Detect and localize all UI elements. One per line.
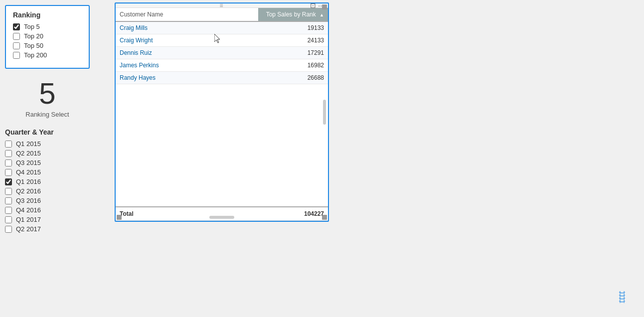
table-row: Craig Wright 24133 <box>116 34 328 47</box>
resize-handle-corner-tr[interactable] <box>322 4 327 9</box>
ranking-select-label: Ranking Select <box>5 111 90 118</box>
table-header: Customer Name Top Sales by Rank ▲ <box>116 8 328 22</box>
q12015-label: Q1 2015 <box>16 140 41 148</box>
top20-label: Top 20 <box>24 32 43 40</box>
dna-icon <box>615 290 629 307</box>
q22017-label: Q2 2017 <box>16 225 41 233</box>
q12017-checkbox[interactable] <box>5 216 12 223</box>
table-body: Craig Mills 19133 Craig Wright 24133 Den… <box>116 22 328 206</box>
resize-handle-corner-bl[interactable] <box>117 215 122 220</box>
top200-label: Top 200 <box>24 51 47 59</box>
ranking-box: Ranking Top 5 Top 20 Top 50 Top 200 <box>5 5 90 69</box>
col-sales-label: Top Sales by Rank <box>266 11 316 18</box>
quarter-year-title: Quarter & Year <box>5 128 90 136</box>
quarter-q4-2015[interactable]: Q4 2015 <box>5 168 90 176</box>
quarter-year-list: Q1 2015 Q2 2015 Q3 2015 Q4 2015 Q1 2016 … <box>5 140 90 233</box>
quarter-q2-2017[interactable]: Q2 2017 <box>5 225 90 233</box>
sales-value: 24133 <box>258 34 328 46</box>
customer-name[interactable]: James Perkins <box>116 59 258 71</box>
quarter-q1-2017[interactable]: Q1 2017 <box>5 216 90 223</box>
ranking-title: Ranking <box>13 11 82 19</box>
q22015-checkbox[interactable] <box>5 150 12 157</box>
sales-value: 17291 <box>258 47 328 59</box>
q22016-label: Q2 2016 <box>16 187 41 195</box>
quarter-q2-2015[interactable]: Q2 2015 <box>5 150 90 157</box>
quarter-q3-2015[interactable]: Q3 2015 <box>5 159 90 166</box>
ranking-option-top20[interactable]: Top 20 <box>13 32 82 40</box>
quarter-q4-2016[interactable]: Q4 2016 <box>5 206 90 214</box>
sales-value: 19133 <box>258 22 328 34</box>
total-value: 104227 <box>258 207 328 220</box>
q12016-label: Q1 2016 <box>16 178 41 185</box>
sort-asc-icon: ▲ <box>320 12 324 17</box>
col-customer-header: Customer Name <box>116 8 258 21</box>
ranking-value: 5 <box>5 79 90 109</box>
top5-label: Top 5 <box>24 23 40 30</box>
table-row: Randy Hayes 26688 <box>116 72 328 84</box>
top5-checkbox[interactable] <box>13 23 20 30</box>
q32016-label: Q3 2016 <box>16 197 41 204</box>
left-panel: Ranking Top 5 Top 20 Top 50 Top 200 5 Ra… <box>5 5 90 235</box>
table-toolbar: ≡ ⊡ ··· <box>116 3 328 8</box>
q22017-checkbox[interactable] <box>5 226 12 233</box>
total-label: Total <box>116 207 258 220</box>
q42016-checkbox[interactable] <box>5 207 12 214</box>
customer-name[interactable]: Dennis Ruiz <box>116 47 258 59</box>
q42015-label: Q4 2015 <box>16 168 41 176</box>
resize-handle-right[interactable] <box>323 100 326 125</box>
table-row: James Perkins 16982 <box>116 59 328 72</box>
main-table-area: ≡ ⊡ ··· Customer Name Top Sales by Rank … <box>115 2 329 222</box>
col-sales-header[interactable]: Top Sales by Rank ▲ <box>258 8 328 21</box>
q32016-checkbox[interactable] <box>5 197 12 204</box>
q42015-checkbox[interactable] <box>5 169 12 176</box>
quarter-q2-2016[interactable]: Q2 2016 <box>5 187 90 195</box>
top200-checkbox[interactable] <box>13 52 20 59</box>
top50-checkbox[interactable] <box>13 42 20 49</box>
q42016-label: Q4 2016 <box>16 206 41 214</box>
quarter-q1-2016[interactable]: Q1 2016 <box>5 178 90 185</box>
q32015-checkbox[interactable] <box>5 159 12 166</box>
sales-value: 16982 <box>258 59 328 71</box>
ranking-option-top5[interactable]: Top 5 <box>13 23 82 30</box>
ranking-option-top50[interactable]: Top 50 <box>13 42 82 49</box>
ranking-option-top200[interactable]: Top 200 <box>13 51 82 59</box>
q12016-checkbox[interactable] <box>5 178 12 185</box>
q12015-checkbox[interactable] <box>5 141 12 148</box>
resize-handle-corner-br[interactable] <box>322 215 327 220</box>
sales-value: 26688 <box>258 72 328 84</box>
q32015-label: Q3 2015 <box>16 159 41 166</box>
resize-handle-bottom[interactable] <box>209 216 234 219</box>
quarter-q3-2016[interactable]: Q3 2016 <box>5 197 90 204</box>
table-row: Craig Mills 19133 <box>116 22 328 34</box>
top20-checkbox[interactable] <box>13 33 20 40</box>
customer-name[interactable]: Craig Mills <box>116 22 258 34</box>
customer-name[interactable]: Randy Hayes <box>116 72 258 84</box>
quarter-q1-2015[interactable]: Q1 2015 <box>5 140 90 148</box>
q22015-label: Q2 2015 <box>16 150 41 157</box>
customer-name[interactable]: Craig Wright <box>116 34 258 46</box>
q12017-label: Q1 2017 <box>16 216 41 223</box>
q22016-checkbox[interactable] <box>5 188 12 195</box>
table-row: Dennis Ruiz 17291 <box>116 47 328 59</box>
drag-handle-icon: ≡ <box>219 2 224 9</box>
top50-label: Top 50 <box>24 42 43 49</box>
